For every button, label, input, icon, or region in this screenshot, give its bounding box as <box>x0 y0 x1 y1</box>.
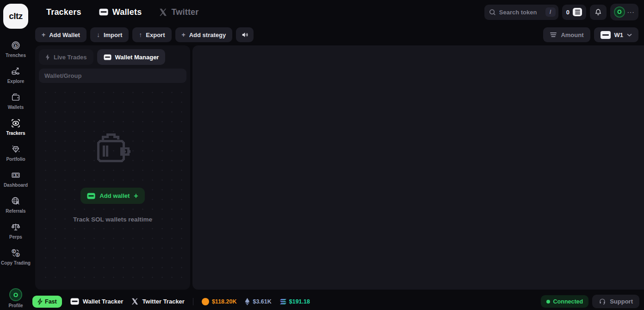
sidebar-item-label: Explore <box>7 79 25 84</box>
speaker-icon <box>241 31 249 39</box>
profile-avatar: O <box>9 288 22 301</box>
headset-icon <box>599 298 606 305</box>
nav-tab-label: Twitter <box>171 7 198 17</box>
import-button[interactable]: ↓ Import <box>90 27 129 42</box>
coins-growth-icon <box>10 66 21 77</box>
export-label: Export <box>146 32 165 38</box>
banknote-icon: $ <box>10 170 21 181</box>
wallet-icon <box>99 8 108 16</box>
wallet-icon <box>70 298 79 305</box>
bell-icon <box>594 8 602 16</box>
main-column: Trackers Wallets Twitter Search toke <box>31 0 644 310</box>
sidebar-item-label: Portfolio <box>6 157 25 162</box>
pixel-wallet-illustration <box>93 130 133 166</box>
empty-state-caption: Track SOL wallets realtime <box>73 216 152 223</box>
amount-label: Amount <box>561 32 583 38</box>
wallets-empty-state: Add wallet + Track SOL wallets realtime <box>39 86 186 286</box>
profile-avatar-letter: O <box>13 291 18 298</box>
search-token-input[interactable]: Search token / <box>484 5 558 20</box>
sidebar-item-label: Wallets <box>8 105 24 110</box>
sidebar-item-copy-trading[interactable]: € $ Copy Trading <box>0 244 31 270</box>
eth-price[interactable]: $3.61K <box>245 298 271 305</box>
account-menu-button[interactable]: O ··· <box>610 4 638 20</box>
queue-list-icon <box>573 8 582 16</box>
btc-price[interactable]: B $118.20K <box>202 298 237 305</box>
add-wallet-button[interactable]: + Add Wallet <box>35 27 87 42</box>
btc-price-value: $118.20K <box>212 298 237 305</box>
sidebar-item-trenches[interactable]: $ Trenches <box>0 36 31 62</box>
fast-mode-button[interactable]: Fast <box>32 296 62 308</box>
sidebar-item-profile[interactable]: O Profile <box>0 288 31 308</box>
toolbar-right: Amount W1 <box>543 27 638 42</box>
wallet-selector-button[interactable]: W1 <box>594 27 639 42</box>
svg-text:$: $ <box>17 253 19 257</box>
amount-lines-icon <box>550 32 557 38</box>
plus-icon: + <box>134 192 138 200</box>
btc-icon: B <box>202 298 209 305</box>
export-button[interactable]: ↑ Export <box>132 27 171 42</box>
wallet-chip-icon <box>601 31 611 39</box>
sidebar-item-explore[interactable]: Explore <box>0 62 31 88</box>
empty-add-wallet-button[interactable]: Add wallet + <box>80 188 144 204</box>
wallet-group-filter-input[interactable]: Wallet/Group <box>39 69 186 83</box>
coin-dollar-icon: $ <box>10 40 21 51</box>
add-strategy-button[interactable]: + Add strategy <box>175 27 233 42</box>
profile-label: Profile <box>8 303 23 308</box>
add-strategy-label: Add strategy <box>189 32 226 38</box>
sidebar-item-trackers[interactable]: Trackers <box>0 114 31 140</box>
sidebar-item-label: Perps <box>9 234 22 240</box>
twitter-tracker-toggle[interactable]: Twitter Tracker <box>131 298 185 305</box>
wallet-icon <box>87 193 95 199</box>
sol-price[interactable]: $191.18 <box>280 298 310 305</box>
sidebar-item-referrals[interactable]: Referrals <box>0 192 31 218</box>
eth-price-value: $3.61K <box>253 298 271 305</box>
bolt-icon <box>37 298 43 305</box>
wallet-icon <box>104 54 111 60</box>
sidebar-item-perps[interactable]: Perps <box>0 218 31 244</box>
nav-tab-label: Trackers <box>46 7 81 17</box>
wallet-selector-label: W1 <box>614 32 624 38</box>
nav-tab-twitter[interactable]: Twitter <box>159 7 198 17</box>
amount-sort-button[interactable]: Amount <box>543 27 590 42</box>
tab-label: Live Trades <box>54 54 87 61</box>
nav-tab-trackers[interactable]: Trackers <box>46 7 81 17</box>
tab-label: Wallet Manager <box>115 54 159 61</box>
scales-icon <box>10 221 21 233</box>
tab-live-trades[interactable]: Live Trades <box>39 49 93 65</box>
search-icon <box>489 9 496 16</box>
notifications-button[interactable] <box>590 5 607 20</box>
sidebar-item-portfolio[interactable]: Portfolio <box>0 140 31 166</box>
content-area: Live Trades Wallet Manager Wallet/Group <box>31 45 644 293</box>
order-queue-button[interactable]: 0 <box>562 5 586 20</box>
sidebar-item-label: Copy Trading <box>1 260 31 266</box>
account-avatar-letter: O <box>617 9 621 15</box>
app-logo[interactable]: cltz <box>3 4 28 29</box>
connection-status-badge[interactable]: Connected <box>541 295 589 308</box>
support-button[interactable]: Support <box>592 295 639 308</box>
panel-tabs: Live Trades Wallet Manager <box>39 49 186 65</box>
svg-text:$: $ <box>15 173 17 177</box>
search-placeholder: Search token <box>499 9 545 16</box>
svg-text:$: $ <box>15 44 17 48</box>
diamond-icon <box>10 144 21 155</box>
sidebar-item-label: Referrals <box>6 209 25 214</box>
sidebar-item-wallets[interactable]: Wallets <box>0 88 31 114</box>
x-twitter-icon <box>159 8 167 16</box>
x-twitter-icon <box>131 298 138 305</box>
bolt-icon <box>45 54 50 60</box>
wallet-tracker-toggle[interactable]: Wallet Tracker <box>70 298 124 305</box>
sound-toggle-button[interactable] <box>236 27 254 42</box>
arrow-down-icon: ↓ <box>97 31 100 38</box>
statusbar-divider <box>193 298 193 305</box>
wallet-icon <box>10 92 21 103</box>
tab-wallet-manager[interactable]: Wallet Manager <box>97 49 166 65</box>
eye-tracker-icon <box>10 118 21 129</box>
header-controls: Search token / 0 O <box>484 4 638 20</box>
twitter-tracker-label: Twitter Tracker <box>142 298 185 305</box>
currency-exchange-icon: € $ <box>10 247 21 259</box>
primary-nav: Trackers Wallets Twitter <box>46 7 199 17</box>
sidebar-item-dashboard[interactable]: $ Dashboard <box>0 166 31 192</box>
support-label: Support <box>610 298 633 305</box>
nav-tab-wallets[interactable]: Wallets <box>99 7 142 17</box>
add-wallet-label: Add Wallet <box>49 32 80 38</box>
